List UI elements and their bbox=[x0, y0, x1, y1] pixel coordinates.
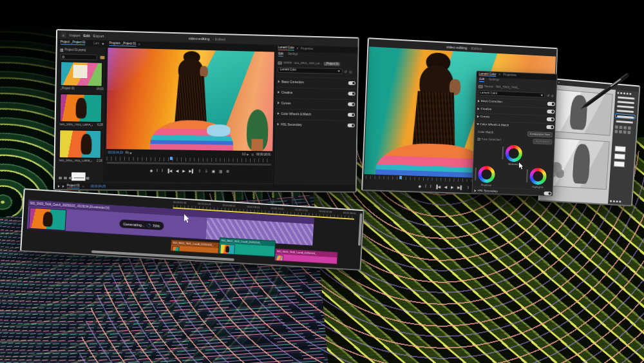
tool-dot-icon[interactable] bbox=[613, 201, 615, 202]
timeline-clip-teal[interactable]: S01_Sh02_Tk02_CamB_20250103_ bbox=[218, 237, 276, 257]
tool-dot-icon[interactable] bbox=[610, 200, 612, 202]
color-swatch[interactable] bbox=[614, 161, 625, 168]
lift-icon[interactable]: ⇧ bbox=[466, 185, 469, 190]
preset-dropdown[interactable]: Lumetri Color bbox=[478, 90, 545, 98]
timeline-vertical-scrollbar[interactable] bbox=[358, 213, 363, 246]
subtab-edit[interactable]: Edit bbox=[479, 78, 484, 82]
tool-dot-icon[interactable] bbox=[616, 201, 618, 202]
section-toggle[interactable] bbox=[348, 103, 355, 106]
tool-dot-icon[interactable] bbox=[619, 201, 621, 202]
toolbar-dot-icon[interactable] bbox=[558, 82, 560, 84]
menu-export[interactable]: Export bbox=[93, 34, 104, 37]
go-to-out-icon[interactable]: ▶▌ bbox=[457, 184, 463, 189]
tool-icon[interactable] bbox=[623, 126, 627, 129]
color-swatch[interactable] bbox=[614, 153, 626, 160]
tab-properties[interactable]: Properties bbox=[503, 74, 516, 77]
menu-import[interactable]: Import bbox=[70, 33, 80, 37]
tool-icon[interactable] bbox=[614, 130, 618, 133]
section-toggle[interactable] bbox=[547, 110, 554, 113]
section-basic-correction[interactable]: Basic Correction bbox=[276, 77, 358, 88]
program-scrollbar[interactable] bbox=[106, 162, 271, 166]
mark-out-icon[interactable]: } bbox=[430, 184, 431, 188]
storyboard-frame-1[interactable] bbox=[548, 89, 613, 136]
comparison-view-button[interactable]: Comparison View bbox=[527, 132, 553, 138]
thumbnail-size-slider[interactable] bbox=[74, 177, 84, 178]
timeline-tool-icon[interactable] bbox=[58, 185, 60, 188]
shadows-color-wheel[interactable] bbox=[478, 166, 495, 183]
tool-icon[interactable] bbox=[623, 130, 627, 133]
brush-stroke-preset[interactable] bbox=[617, 101, 634, 104]
list-view-icon[interactable] bbox=[64, 177, 67, 179]
folder-icon[interactable] bbox=[100, 56, 104, 59]
tool-icon[interactable] bbox=[619, 126, 622, 129]
thumbnail-view-icon[interactable] bbox=[69, 177, 72, 179]
face-detection-checkbox[interactable] bbox=[478, 138, 480, 141]
tab-properties[interactable]: Properties bbox=[301, 48, 313, 51]
brush-stroke-preset[interactable] bbox=[616, 121, 633, 124]
pen-tool-icon[interactable] bbox=[59, 177, 62, 179]
target-sequence-chip[interactable]: _Project 01 bbox=[323, 62, 341, 66]
add-marker-icon[interactable]: ◆ bbox=[418, 183, 421, 188]
eye-icon[interactable]: ◎ bbox=[349, 70, 352, 74]
wrench-icon[interactable]: ⚙ bbox=[251, 153, 254, 156]
export-frame-icon[interactable]: ▣ bbox=[212, 168, 216, 173]
step-back-icon[interactable]: ◀ bbox=[444, 184, 448, 189]
tab-program[interactable]: Program: _Project 01 bbox=[109, 42, 137, 46]
home-icon[interactable]: ⌂ bbox=[61, 32, 66, 37]
section-toggle[interactable] bbox=[348, 113, 355, 117]
brush-stroke-preset[interactable] bbox=[617, 105, 634, 108]
tool-icon[interactable] bbox=[619, 130, 622, 133]
timeline-tool-icon[interactable] bbox=[62, 185, 64, 188]
subtab-settings[interactable]: Settings bbox=[288, 53, 298, 57]
project-file-row[interactable]: Project 01.prproj bbox=[60, 47, 86, 53]
section-toggle[interactable] bbox=[547, 117, 554, 121]
add-marker-icon[interactable]: ◆ bbox=[150, 168, 153, 172]
shadows-luma-slider[interactable] bbox=[475, 168, 477, 181]
program-playhead[interactable] bbox=[170, 157, 173, 160]
brush-stroke-preset-selected[interactable] bbox=[615, 113, 636, 119]
comparison-view-icon[interactable]: ▥ bbox=[219, 168, 223, 173]
section-toggle[interactable] bbox=[547, 102, 555, 106]
eye-icon[interactable]: ◎ bbox=[551, 93, 554, 97]
section-curves[interactable]: Curves bbox=[275, 98, 357, 109]
go-to-in-icon[interactable]: ▐◀ bbox=[167, 168, 173, 172]
section-toggle[interactable] bbox=[544, 191, 551, 195]
tool-icon[interactable] bbox=[615, 125, 618, 128]
hamburger-icon[interactable]: ≡ bbox=[138, 43, 140, 46]
lift-icon[interactable]: ⇧ bbox=[198, 168, 202, 173]
brush-size-dot-icon[interactable] bbox=[620, 92, 622, 94]
brush-size-dot-icon[interactable] bbox=[617, 92, 619, 94]
apply-match-button[interactable]: Apply Match bbox=[533, 139, 552, 144]
timeline-clip-orange[interactable]: S01_Sh01_Tk01_CamA_20250103_ bbox=[171, 240, 220, 254]
search-input[interactable] bbox=[60, 54, 97, 60]
preset-dropdown[interactable]: Lumetri Color bbox=[278, 67, 343, 74]
brush-size-dot-icon[interactable] bbox=[623, 92, 625, 94]
zoom-level-dropdown[interactable]: Fit bbox=[126, 152, 132, 155]
midtones-color-wheel[interactable] bbox=[505, 144, 522, 162]
new-item-icon[interactable] bbox=[86, 177, 90, 179]
tool-icon[interactable] bbox=[628, 126, 631, 130]
section-toggle[interactable] bbox=[348, 124, 355, 128]
section-toggle[interactable] bbox=[546, 125, 554, 129]
color-swatch[interactable] bbox=[614, 146, 626, 152]
step-back-icon[interactable]: ◀ bbox=[176, 168, 179, 173]
tab-project[interactable]: Project: _Project 01 bbox=[61, 41, 86, 44]
tab-lumetri-color[interactable]: Lumetri Color bbox=[278, 46, 294, 50]
mark-in-icon[interactable]: { bbox=[156, 168, 158, 172]
go-to-out-icon[interactable]: ▶▌ bbox=[189, 168, 194, 173]
reset-icon[interactable]: ↺ bbox=[345, 69, 348, 74]
extract-icon[interactable]: ⇩ bbox=[205, 168, 208, 173]
hamburger-icon[interactable]: ≡ bbox=[498, 74, 500, 77]
highlights-color-wheel[interactable] bbox=[529, 168, 547, 185]
brush-size-dot-icon[interactable] bbox=[629, 93, 631, 95]
menu-edit[interactable]: Edit bbox=[84, 34, 90, 37]
go-to-in-icon[interactable]: ▐◀ bbox=[435, 184, 440, 188]
tool-icon[interactable] bbox=[627, 131, 630, 134]
section-color-wheels[interactable]: Color Wheels & Match bbox=[275, 108, 357, 119]
subtab-edit[interactable]: Edit bbox=[278, 53, 283, 57]
hamburger-icon[interactable]: ≡ bbox=[297, 47, 299, 50]
tab-timeline[interactable]: Project 01 bbox=[67, 184, 80, 188]
section-toggle[interactable] bbox=[348, 81, 355, 85]
play-icon[interactable]: ▶ bbox=[182, 168, 185, 173]
playback-resolution-dropdown[interactable]: 1/2 bbox=[242, 153, 249, 156]
